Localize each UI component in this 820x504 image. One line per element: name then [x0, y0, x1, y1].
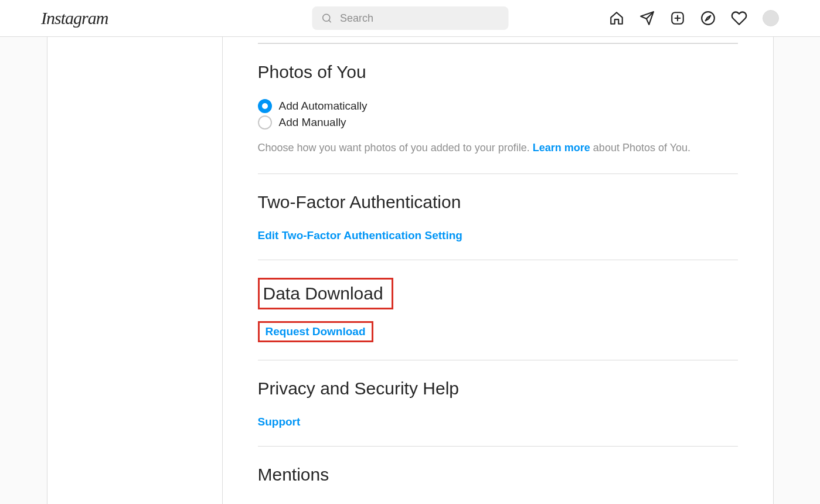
header: Instagram	[0, 0, 820, 37]
desc-text: about Photos of You.	[590, 142, 690, 154]
explore-icon[interactable]	[700, 11, 716, 26]
radio-add-manually[interactable]: Add Manually	[258, 115, 738, 130]
radio-add-automatically[interactable]: Add Automatically	[258, 99, 738, 113]
section-title: Two-Factor Authentication	[258, 192, 738, 213]
search-box[interactable]	[312, 6, 508, 30]
settings-main: Photos of You Add Automatically Add Manu…	[223, 37, 774, 504]
search-input[interactable]	[340, 12, 499, 25]
svg-point-6	[702, 12, 714, 25]
section-title: Data Download	[263, 283, 383, 304]
section-mentions: Mentions Allow @mentions From	[258, 446, 738, 504]
svg-line-1	[328, 20, 330, 22]
home-icon[interactable]	[609, 11, 624, 26]
request-download-link[interactable]: Request Download	[266, 325, 366, 338]
radio-label: Add Automatically	[279, 100, 368, 113]
section-title: Mentions	[258, 464, 738, 485]
highlight-box: Request Download	[258, 321, 373, 342]
new-post-icon[interactable]	[670, 11, 685, 26]
section-data-download: Data Download Request Download	[258, 260, 738, 360]
radio-icon	[258, 99, 272, 113]
logo[interactable]: Instagram	[41, 8, 108, 28]
profile-avatar[interactable]	[763, 10, 779, 26]
section-title: Photos of You	[258, 62, 738, 83]
nav-icons	[609, 10, 779, 26]
radio-label: Add Manually	[279, 116, 346, 129]
section-two-factor: Two-Factor Authentication Edit Two-Facto…	[258, 173, 738, 260]
settings-sidebar	[47, 37, 223, 504]
activity-icon[interactable]	[731, 10, 747, 26]
support-link[interactable]: Support	[258, 416, 301, 428]
highlight-box: Data Download	[258, 278, 393, 309]
mentions-subtitle: Allow @mentions From	[258, 502, 738, 504]
messages-icon[interactable]	[639, 11, 655, 26]
radio-icon	[258, 115, 272, 130]
page-body: Photos of You Add Automatically Add Manu…	[47, 37, 774, 504]
desc-text: Choose how you want photos of you added …	[258, 142, 533, 154]
learn-more-link[interactable]: Learn more	[533, 142, 590, 154]
avatar-icon	[763, 10, 779, 26]
svg-marker-7	[706, 16, 711, 21]
section-title: Privacy and Security Help	[258, 378, 738, 399]
section-photos-of-you: Photos of You Add Automatically Add Manu…	[258, 43, 738, 173]
search-icon	[321, 13, 332, 23]
edit-two-factor-link[interactable]: Edit Two-Factor Authentication Setting	[258, 229, 462, 242]
section-privacy-help: Privacy and Security Help Support	[258, 360, 738, 446]
section-description: Choose how you want photos of you added …	[258, 140, 738, 156]
